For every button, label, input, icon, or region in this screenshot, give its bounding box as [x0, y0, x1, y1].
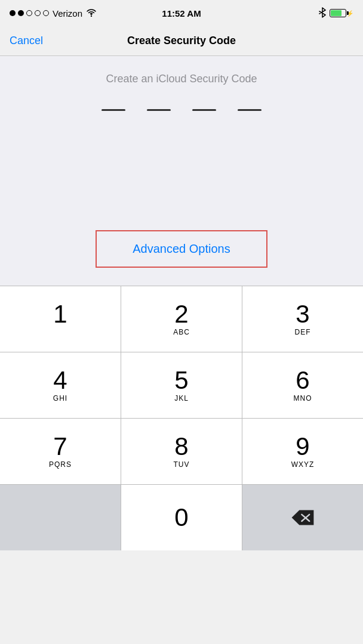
key-0[interactable]: 0 [121, 485, 242, 550]
key-6-number: 6 [296, 368, 309, 393]
battery-container: ⚡ [330, 9, 353, 17]
key-2-letters: ABC [173, 328, 190, 336]
key-3-number: 3 [296, 302, 309, 327]
key-1[interactable]: 1 [0, 286, 121, 352]
advanced-options-wrapper: Advanced Options [0, 230, 363, 268]
signal-dot-3 [26, 10, 32, 16]
key-5-number: 5 [174, 368, 188, 393]
key-4[interactable]: 4 GHI [0, 352, 121, 418]
numpad-row-2: 4 GHI 5 JKL 6 MNO [0, 352, 363, 419]
key-9-number: 9 [296, 434, 309, 459]
subtitle-text: Create an iCloud Security Code [106, 73, 257, 85]
key-7[interactable]: 7 PQRS [0, 419, 121, 484]
key-5[interactable]: 5 JKL [121, 352, 242, 418]
key-8-number: 8 [174, 434, 188, 459]
svg-point-0 [91, 15, 92, 16]
numpad-row-3: 7 PQRS 8 TUV 9 WXYZ [0, 419, 363, 485]
pin-dash-2 [147, 109, 171, 111]
status-right: ⚡ [319, 7, 353, 20]
backspace-icon [291, 509, 315, 527]
pin-dash-4 [238, 109, 262, 111]
key-empty [0, 485, 121, 550]
status-left: Verizon [10, 8, 97, 18]
pin-dash-1 [101, 109, 125, 111]
key-0-number: 0 [174, 505, 188, 530]
signal-dot-5 [43, 10, 49, 16]
key-3[interactable]: 3 DEF [242, 286, 363, 352]
key-7-letters: PQRS [49, 460, 72, 469]
key-3-letters: DEF [295, 328, 311, 336]
status-time: 11:52 AM [162, 8, 201, 18]
key-8-letters: TUV [174, 460, 190, 469]
backspace-button[interactable] [242, 485, 363, 550]
pin-input-area [101, 109, 262, 111]
key-4-letters: GHI [53, 394, 67, 402]
battery-fill [331, 10, 342, 16]
bluetooth-icon [319, 7, 326, 20]
signal-dot-2 [18, 10, 24, 16]
carrier-label: Verizon [53, 8, 82, 18]
key-8[interactable]: 8 TUV [121, 419, 242, 484]
key-1-letters [59, 328, 61, 336]
key-1-number: 1 [53, 302, 67, 327]
main-content: Create an iCloud Security Code Advanced … [0, 56, 363, 286]
status-bar: Verizon 11:52 AM ⚡ [0, 0, 363, 26]
key-6-letters: MNO [294, 394, 312, 402]
nav-bar: Cancel Create Security Code [0, 26, 363, 56]
key-6[interactable]: 6 MNO [242, 352, 363, 418]
signal-dot-4 [35, 10, 41, 16]
key-4-number: 4 [53, 368, 67, 393]
numpad-row-1: 1 2 ABC 3 DEF [0, 286, 363, 352]
key-7-number: 7 [53, 434, 67, 459]
key-9-letters: WXYZ [291, 460, 315, 469]
numpad: 1 2 ABC 3 DEF 4 GHI 5 JKL 6 MNO 7 PQRS [0, 286, 363, 550]
nav-title: Create Security Code [127, 35, 236, 47]
battery-icon [330, 9, 346, 17]
key-9[interactable]: 9 WXYZ [242, 419, 363, 484]
advanced-options-button[interactable]: Advanced Options [96, 230, 267, 268]
key-2[interactable]: 2 ABC [121, 286, 242, 352]
wifi-icon [86, 8, 97, 18]
numpad-row-4: 0 [0, 485, 363, 550]
signal-dot-1 [10, 10, 16, 16]
key-5-letters: JKL [174, 394, 189, 402]
cancel-button[interactable]: Cancel [10, 35, 43, 47]
key-2-number: 2 [174, 302, 188, 327]
pin-dash-3 [192, 109, 216, 111]
signal-dots [10, 10, 49, 16]
